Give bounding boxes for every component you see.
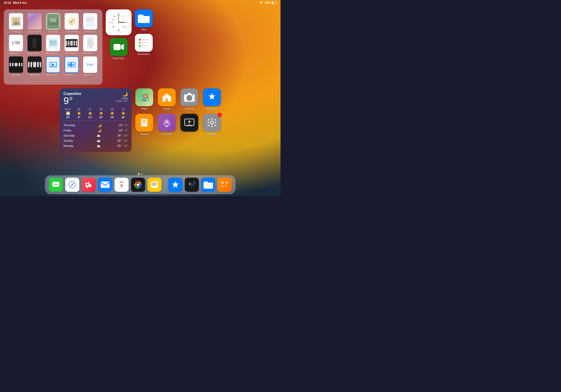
weather-hour-2: 07 ☀️ 11° [86,108,95,119]
clock-widget[interactable]: 12 3 6 9 2 10 4 7 1 11 5 8 [106,9,131,35]
dock-safari[interactable] [65,178,79,192]
dock-messages[interactable] [49,178,63,192]
svg-rect-56 [18,63,18,65]
file-item-marble[interactable]: purple_marble [26,13,43,33]
reminders-label: Reminders [137,53,150,55]
files-app[interactable]: Files [135,9,153,31]
svg-rect-129 [207,122,209,123]
files2-icon [204,181,213,189]
svg-rect-99 [113,44,120,50]
file-item-mysong3[interactable]: My Song 3 [26,56,43,76]
maps-app[interactable]: 280 Maps [135,88,153,110]
svg-text:11: 11 [112,19,114,21]
svg-point-158 [137,183,140,186]
reminders-app[interactable]: Reminders [135,34,153,55]
weather-highlow: H:19° L:8° [116,100,128,102]
dock-mango[interactable]: A B [218,178,232,192]
svg-text:9: 9 [120,184,123,188]
svg-rect-110 [188,93,191,95]
settings-app[interactable]: Settings [203,114,221,135]
weather-hour-5: 10 ☀️ 16° [119,108,128,119]
middle-section: Cupertino 9° 🌙 Clear H:19° L:8° [0,88,280,152]
facetime-app[interactable]: FaceTime [110,38,128,60]
svg-rect-54 [16,63,17,66]
file-label: New Project (2) [46,74,60,76]
svg-rect-18 [33,38,33,48]
weather-day-sun: Sunday 🌥️ 26° 14° [64,138,128,143]
svg-rect-69 [37,62,39,67]
books-app[interactable]: Books [135,114,153,135]
svg-rect-32 [68,41,69,46]
svg-rect-53 [15,63,16,66]
svg-rect-25 [50,41,53,43]
svg-rect-76 [70,63,72,66]
file-item-iphone6p[interactable]: iPhone6P...Sept2014 [82,35,99,54]
dock-mail[interactable] [98,178,112,192]
file-item-newproject[interactable]: New Project (2) [45,56,61,76]
page-dot-1 [138,173,140,175]
svg-rect-10 [50,18,56,22]
file-item-2444769[interactable]: 2444769...ic_preview [64,56,80,76]
svg-rect-118 [142,121,146,122]
app-grid-section: 280 Maps Home [135,88,221,152]
status-date: Wed 9 Jun [13,1,27,4]
file-item-mysong5[interactable]: My Song 5 [64,35,80,54]
svg-point-174 [194,182,195,184]
file-item-dji[interactable]: DJI_0535 [45,13,61,33]
weather-hour-1: 06 ☀️ 9° [75,108,84,119]
file-item-lagrad[interactable]: LAGRAD...България [82,13,99,33]
svg-rect-31 [68,41,68,44]
dock-separator [165,178,165,191]
file-label: iPhone6P...Sept2014 [83,52,97,54]
mail-icon [101,181,110,188]
appstore-app[interactable]: App Store [203,88,221,110]
svg-rect-21 [35,38,36,48]
appstore-icon [207,92,217,102]
tv-icon [184,119,195,127]
home-app[interactable]: Home [158,88,176,110]
svg-point-140 [57,184,58,185]
top-section: 637608.jpg purple_marble [0,6,280,85]
file-item-mysong4[interactable]: My Song 4 [8,56,24,76]
weather-condition: Clear [116,97,128,100]
podcasts-app[interactable]: Podcasts [158,114,176,135]
file-item-bestpho[interactable]: Best pho...honeArena [45,35,61,54]
sunrise-icon: 🌅 [66,111,70,115]
svg-rect-119 [142,123,145,123]
svg-rect-70 [39,62,40,65]
file-item-apartment[interactable]: 1:50 Apartment Scale [8,35,24,54]
camera-app[interactable]: Camera [180,88,198,110]
main-area: 637608.jpg purple_marble [0,6,280,177]
dock-notes[interactable] [148,178,162,192]
svg-text:2: 2 [122,15,124,17]
svg-point-176 [222,181,224,184]
dock-music[interactable] [82,178,96,192]
weather-widget: Cupertino 9° 🌙 Clear H:19° L:8° [60,88,131,152]
weather-hour-3: 08 ☀️ 13° [97,108,106,119]
svg-point-161 [134,184,137,185]
page-dots [138,173,143,175]
svg-rect-34 [70,41,70,44]
tv-app[interactable]: TV [180,114,198,135]
dock-files[interactable] [201,178,216,192]
svg-rect-122 [166,126,167,127]
svg-marker-100 [121,44,124,50]
svg-rect-1 [276,2,277,3]
file-item-huawei[interactable]: html huawei-m..._id119102 [82,56,99,76]
svg-rect-59 [21,63,21,65]
file-item-victor[interactable]: 🧭 victor vila.zip [64,13,80,33]
dock-appstore[interactable] [168,178,183,192]
dock-calendar[interactable]: WED 9 [115,178,129,192]
svg-rect-169 [152,184,157,185]
file-label: My Song 4 [11,74,21,76]
svg-rect-50 [12,63,13,66]
svg-text:9: 9 [111,22,113,24]
svg-point-139 [55,184,56,185]
svg-rect-152 [101,181,110,188]
svg-rect-57 [19,63,20,66]
file-item-bleys[interactable]: Bleys - D&D Beyond [26,35,43,54]
files-icon [138,14,150,23]
dock-photos[interactable] [131,178,145,192]
file-item-637608[interactable]: 637608.jpg [8,13,24,33]
dock-translate[interactable]: A A [185,178,199,192]
